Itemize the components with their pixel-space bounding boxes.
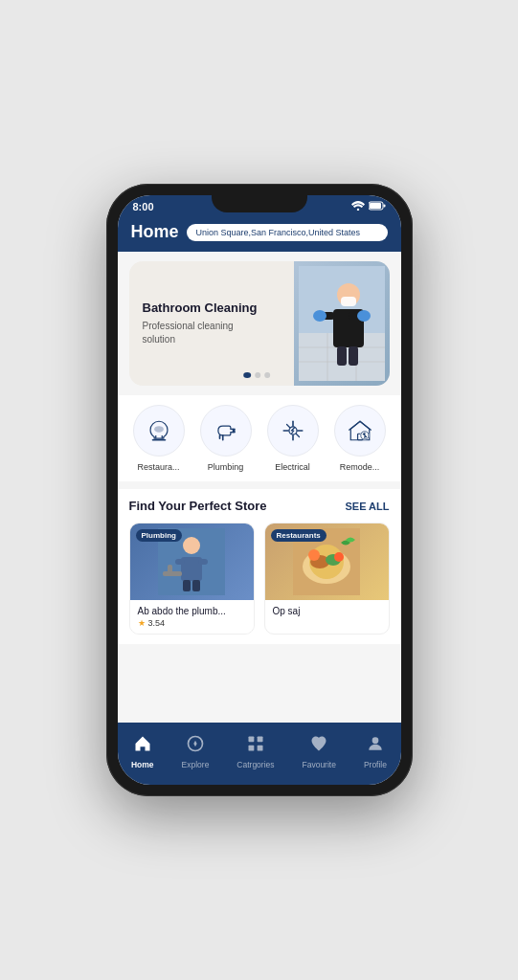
category-remodel[interactable]: Remode... xyxy=(334,405,386,472)
svg-point-48 xyxy=(334,552,344,562)
card-tag-plumbing: Plumbing xyxy=(136,529,182,542)
svg-rect-18 xyxy=(349,346,358,366)
nav-explore[interactable]: Explore xyxy=(174,730,217,773)
restaurant-icon xyxy=(146,418,171,443)
svg-rect-41 xyxy=(168,565,172,576)
phone-notch xyxy=(212,195,307,212)
store-section: Find Your Perfect Store SEE ALL Plumbing xyxy=(118,489,401,644)
card-name-restaurant: Op saj xyxy=(273,606,381,616)
phone-frame: 8:00 H xyxy=(106,184,413,796)
home-icon xyxy=(133,734,152,758)
store-cards-list: Plumbing xyxy=(129,523,390,635)
card-image-plumbing: Plumbing xyxy=(130,523,254,600)
banner-image xyxy=(294,261,390,386)
phone-screen: 8:00 H xyxy=(118,195,401,785)
star-icon: ★ xyxy=(138,618,146,628)
profile-icon xyxy=(366,734,385,758)
svg-rect-53 xyxy=(258,746,263,751)
banner-subtitle: Professional cleaningsolution xyxy=(143,320,281,346)
category-label-plumbing: Plumbing xyxy=(208,462,244,472)
card-rating-plumbing: ★ 3.54 xyxy=(138,618,246,628)
category-circle-remodel xyxy=(334,405,386,457)
card-name-plumbing: Ab abdo the plumb... xyxy=(138,606,246,616)
category-restaurant[interactable]: Restaura... xyxy=(133,405,185,472)
location-pill[interactable]: Union Square,San Francisco,United States xyxy=(187,224,388,241)
categories-section: Restaura... Plumbing xyxy=(118,395,401,481)
svg-point-34 xyxy=(183,537,200,554)
svg-rect-37 xyxy=(198,559,208,565)
category-plumbing[interactable]: Plumbing xyxy=(200,405,252,472)
svg-point-54 xyxy=(372,737,379,744)
category-label-remodel: Remode... xyxy=(340,462,380,472)
svg-point-16 xyxy=(357,310,371,322)
dot-2 xyxy=(255,372,260,378)
promo-banner[interactable]: Bathroom Cleaning Professional cleanings… xyxy=(129,261,390,386)
svg-rect-2 xyxy=(370,203,381,209)
card-info-restaurant: Op saj xyxy=(265,600,389,624)
nav-favourite-label: Favourite xyxy=(303,760,336,769)
card-tag-restaurant: Restaurants xyxy=(271,529,327,542)
category-circle-electrical xyxy=(267,405,319,457)
store-section-header: Find Your Perfect Store SEE ALL xyxy=(129,499,390,513)
nav-categories-label: Catrgories xyxy=(236,760,274,769)
svg-rect-52 xyxy=(248,746,254,751)
category-label-restaurant: Restaura... xyxy=(137,462,179,472)
banner-text: Bathroom Cleaning Professional cleanings… xyxy=(129,287,294,361)
main-content: Bathroom Cleaning Professional cleanings… xyxy=(118,252,401,723)
svg-line-25 xyxy=(286,425,289,428)
svg-rect-3 xyxy=(383,205,385,208)
card-image-restaurant: Restaurants xyxy=(265,523,389,600)
wifi-icon xyxy=(351,201,365,212)
category-electrical[interactable]: Electrical xyxy=(267,405,319,472)
store-card-restaurant[interactable]: Restaurants xyxy=(264,523,390,635)
category-circle-restaurant xyxy=(133,405,185,457)
app-header: Home Union Square,San Francisco,United S… xyxy=(118,216,401,252)
battery-icon xyxy=(369,201,386,212)
svg-rect-50 xyxy=(248,737,254,743)
status-icons xyxy=(351,201,386,212)
electrical-icon xyxy=(281,418,305,443)
plumbing-icon xyxy=(214,418,238,443)
nav-explore-label: Explore xyxy=(182,760,210,769)
svg-rect-38 xyxy=(183,580,191,591)
store-section-title: Find Your Perfect Store xyxy=(129,499,267,513)
dot-3 xyxy=(264,372,270,378)
svg-rect-17 xyxy=(337,346,347,366)
svg-rect-11 xyxy=(341,297,356,306)
card-info-plumbing: Ab abdo the plumb... ★ 3.54 xyxy=(130,600,254,634)
svg-rect-51 xyxy=(258,737,263,743)
category-label-electrical: Electrical xyxy=(275,462,310,472)
categories-icon xyxy=(246,734,265,758)
svg-rect-39 xyxy=(192,580,200,591)
banner-title: Bathroom Cleaning xyxy=(143,301,281,317)
svg-point-15 xyxy=(313,310,327,322)
bottom-navigation: Home Explore xyxy=(118,723,401,785)
svg-point-19 xyxy=(154,426,164,433)
nav-home[interactable]: Home xyxy=(124,730,162,773)
category-circle-plumbing xyxy=(200,405,252,457)
nav-favourite[interactable]: Favourite xyxy=(295,730,344,773)
nav-categories[interactable]: Catrgories xyxy=(229,730,282,773)
explore-icon xyxy=(186,734,205,758)
nav-profile[interactable]: Profile xyxy=(356,730,394,773)
favourite-icon xyxy=(309,734,328,758)
rating-value: 3.54 xyxy=(148,618,166,628)
store-card-plumbing[interactable]: Plumbing xyxy=(129,523,255,635)
status-time: 8:00 xyxy=(133,201,154,212)
svg-point-0 xyxy=(356,209,358,211)
svg-rect-36 xyxy=(175,559,185,565)
see-all-button[interactable]: SEE ALL xyxy=(345,501,389,512)
dot-1 xyxy=(243,372,251,378)
svg-point-47 xyxy=(308,549,320,561)
header-title: Home xyxy=(131,222,179,242)
nav-home-label: Home xyxy=(131,760,154,769)
worker-illustration xyxy=(299,266,385,381)
remodel-icon xyxy=(348,418,372,443)
svg-line-26 xyxy=(296,434,299,436)
banner-dots xyxy=(243,372,270,378)
nav-profile-label: Profile xyxy=(364,760,387,769)
